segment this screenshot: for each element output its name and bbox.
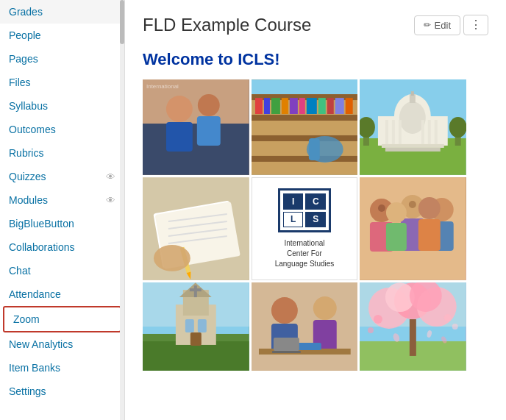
grid-image-friends xyxy=(360,177,466,280)
sidebar-label-attendance: Attendance xyxy=(9,288,61,300)
svg-rect-41 xyxy=(435,120,438,144)
svg-text:International: International xyxy=(146,83,179,90)
main-content: FLD Example Course ✏ Edit ⋮ Welcome to I… xyxy=(125,0,506,420)
sidebar-label-settings: Settings xyxy=(9,385,46,397)
sidebar-scrollbar[interactable] xyxy=(120,0,124,420)
icls-logo-text: International Center For Language Studie… xyxy=(275,238,335,269)
svg-rect-81 xyxy=(190,332,202,346)
grid-image-library xyxy=(252,79,358,175)
svg-point-68 xyxy=(378,204,385,212)
svg-point-86 xyxy=(313,296,336,320)
svg-point-84 xyxy=(271,297,298,324)
svg-rect-91 xyxy=(272,351,301,353)
svg-rect-39 xyxy=(421,120,424,144)
svg-rect-79 xyxy=(185,319,194,332)
logo-line-2: Center For xyxy=(287,249,322,257)
svg-rect-20 xyxy=(318,98,325,114)
sidebar-item-people[interactable]: People xyxy=(0,24,124,47)
svg-rect-12 xyxy=(252,156,358,162)
svg-point-103 xyxy=(452,324,458,330)
sidebar-label-grades: Grades xyxy=(9,6,43,18)
svg-rect-35 xyxy=(385,148,441,152)
svg-point-104 xyxy=(368,327,374,333)
svg-point-45 xyxy=(449,117,466,138)
sidebar-label-people: People xyxy=(9,29,41,41)
sidebar-label-bigbluebutton: BigBlueButton xyxy=(9,218,74,229)
page-header: FLD Example Course ✏ Edit ⋮ xyxy=(143,15,488,35)
svg-point-69 xyxy=(409,201,416,208)
svg-point-102 xyxy=(444,314,452,321)
svg-point-55 xyxy=(154,245,190,271)
svg-rect-3 xyxy=(166,122,193,152)
svg-rect-13 xyxy=(255,98,263,114)
sidebar-item-zoom[interactable]: Zoom xyxy=(3,306,121,332)
svg-rect-25 xyxy=(308,138,319,160)
svg-rect-10 xyxy=(252,115,358,121)
svg-rect-16 xyxy=(282,98,288,114)
sidebar-label-outcomes: Outcomes xyxy=(9,124,56,135)
sidebar-item-item-banks[interactable]: Item Banks xyxy=(0,356,124,380)
grid-image-capitol xyxy=(360,79,466,175)
svg-point-101 xyxy=(374,315,382,324)
sidebar-item-modules[interactable]: Modules 👁 xyxy=(0,188,124,212)
svg-rect-90 xyxy=(274,338,299,351)
svg-rect-1 xyxy=(143,124,249,175)
page-title: FLD Example Course xyxy=(143,15,311,35)
svg-rect-17 xyxy=(290,98,298,114)
sidebar-label-item-banks: Item Banks xyxy=(9,362,60,374)
sidebar-label-rubrics: Rubrics xyxy=(9,147,43,159)
sidebar: Grades People Pages Files Syllabus Outco… xyxy=(0,0,125,420)
sidebar-item-grades[interactable]: Grades xyxy=(0,0,124,24)
svg-rect-14 xyxy=(264,98,270,114)
sidebar-label-chat: Chat xyxy=(9,265,31,277)
svg-rect-80 xyxy=(198,319,207,332)
logo-line-3: Language Studies xyxy=(275,260,335,268)
sidebar-label-syllabus: Syllabus xyxy=(9,100,48,112)
edit-button[interactable]: ✏ Edit xyxy=(414,15,460,35)
svg-rect-83 xyxy=(252,282,358,371)
svg-point-2 xyxy=(166,96,193,122)
grid-image-church xyxy=(143,282,249,371)
more-options-button[interactable]: ⋮ xyxy=(463,15,488,35)
image-grid: International xyxy=(143,79,466,371)
svg-rect-40 xyxy=(428,120,431,144)
grid-image-icls-logo: I C L S International Center For Langua xyxy=(252,177,358,280)
logo-block-br: S xyxy=(305,212,326,228)
sidebar-item-settings[interactable]: Settings xyxy=(0,380,124,403)
sidebar-item-collaborations[interactable]: Collaborations xyxy=(0,235,124,259)
svg-rect-95 xyxy=(410,319,416,356)
sidebar-item-chat[interactable]: Chat xyxy=(0,259,124,282)
svg-rect-22 xyxy=(335,98,343,114)
sidebar-label-pages: Pages xyxy=(9,53,38,65)
modules-visibility-icon: 👁 xyxy=(106,195,115,206)
logo-block-tl: I xyxy=(283,193,304,210)
sidebar-item-quizzes[interactable]: Quizzes 👁 xyxy=(0,165,124,188)
edit-label: Edit xyxy=(435,20,451,31)
sidebar-item-syllabus[interactable]: Syllabus xyxy=(0,94,124,118)
svg-point-4 xyxy=(198,94,220,116)
svg-rect-67 xyxy=(360,177,466,280)
header-actions: ✏ Edit ⋮ xyxy=(414,15,488,35)
sidebar-item-bigbluebutton[interactable]: BigBlueButton xyxy=(0,212,124,235)
sidebar-item-rubrics[interactable]: Rubrics xyxy=(0,141,124,165)
more-icon: ⋮ xyxy=(470,18,482,31)
sidebar-item-pages[interactable]: Pages xyxy=(0,47,124,71)
grid-image-students: International xyxy=(143,79,249,175)
svg-rect-78 xyxy=(190,288,202,291)
logo-block-bl: L xyxy=(283,212,304,228)
sidebar-label-files: Files xyxy=(9,76,31,88)
pencil-icon: ✏ xyxy=(424,20,431,30)
svg-rect-37 xyxy=(392,120,395,144)
sidebar-label-zoom: Zoom xyxy=(13,313,40,325)
svg-rect-18 xyxy=(299,98,305,114)
svg-rect-15 xyxy=(271,98,280,114)
sidebar-item-new-analytics[interactable]: New Analytics xyxy=(0,332,124,356)
sidebar-item-files[interactable]: Files xyxy=(0,71,124,94)
svg-rect-21 xyxy=(327,98,333,114)
svg-rect-33 xyxy=(411,91,414,96)
sidebar-label-new-analytics: New Analytics xyxy=(9,338,73,350)
svg-rect-38 xyxy=(399,120,402,144)
sidebar-item-outcomes[interactable]: Outcomes xyxy=(0,118,124,141)
svg-rect-19 xyxy=(306,98,316,114)
sidebar-item-attendance[interactable]: Attendance xyxy=(0,282,124,306)
